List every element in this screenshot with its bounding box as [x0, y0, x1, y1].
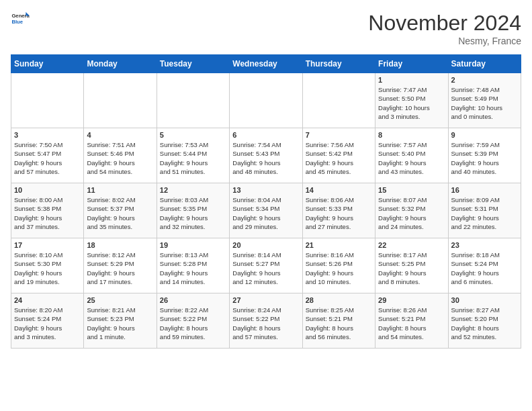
day-info: Sunrise: 7:50 AM Sunset: 5:47 PM Dayligh…: [14, 140, 81, 176]
day-number: 30: [451, 296, 518, 304]
day-info: Sunrise: 8:26 AM Sunset: 5:21 PM Dayligh…: [378, 306, 445, 341]
day-info: Sunrise: 7:54 AM Sunset: 5:43 PM Dayligh…: [232, 140, 299, 176]
day-cell: 9Sunrise: 7:59 AM Sunset: 5:39 PM Daylig…: [448, 128, 521, 183]
day-info: Sunrise: 8:16 AM Sunset: 5:26 PM Dayligh…: [306, 250, 372, 286]
day-info: Sunrise: 8:21 AM Sunset: 5:23 PM Dayligh…: [87, 306, 153, 341]
day-number: 3: [14, 131, 81, 139]
day-info: Sunrise: 8:18 AM Sunset: 5:24 PM Dayligh…: [451, 250, 518, 286]
day-info: Sunrise: 8:00 AM Sunset: 5:38 PM Dayligh…: [14, 195, 81, 231]
day-cell: 24Sunrise: 8:20 AM Sunset: 5:24 PM Dayli…: [11, 293, 84, 349]
day-info: Sunrise: 7:59 AM Sunset: 5:39 PM Dayligh…: [451, 140, 518, 176]
day-info: Sunrise: 7:48 AM Sunset: 5:49 PM Dayligh…: [451, 85, 518, 121]
logo: General Blue: [11, 11, 30, 26]
day-info: Sunrise: 8:02 AM Sunset: 5:37 PM Dayligh…: [87, 195, 153, 231]
calendar-table: SundayMondayTuesdayWednesdayThursdayFrid…: [11, 54, 521, 349]
day-cell: [302, 73, 375, 128]
day-number: 14: [306, 186, 372, 194]
svg-text:Blue: Blue: [11, 19, 23, 25]
day-info: Sunrise: 8:17 AM Sunset: 5:25 PM Dayligh…: [378, 250, 445, 286]
day-number: 5: [160, 131, 226, 139]
day-cell: 22Sunrise: 8:17 AM Sunset: 5:25 PM Dayli…: [375, 238, 448, 293]
logo-icon: General Blue: [11, 11, 30, 26]
day-cell: 19Sunrise: 8:13 AM Sunset: 5:28 PM Dayli…: [157, 238, 229, 293]
day-number: 4: [87, 131, 153, 139]
day-info: Sunrise: 8:27 AM Sunset: 5:20 PM Dayligh…: [451, 306, 518, 341]
day-of-week-wednesday: Wednesday: [230, 55, 302, 73]
day-info: Sunrise: 7:56 AM Sunset: 5:42 PM Dayligh…: [306, 140, 372, 176]
day-info: Sunrise: 8:09 AM Sunset: 5:31 PM Dayligh…: [451, 195, 518, 231]
day-cell: 20Sunrise: 8:14 AM Sunset: 5:27 PM Dayli…: [230, 238, 302, 293]
day-number: 22: [378, 241, 445, 249]
day-cell: 27Sunrise: 8:24 AM Sunset: 5:22 PM Dayli…: [230, 293, 302, 349]
day-cell: 7Sunrise: 7:56 AM Sunset: 5:42 PM Daylig…: [302, 128, 375, 183]
day-cell: 16Sunrise: 8:09 AM Sunset: 5:31 PM Dayli…: [448, 183, 521, 238]
day-cell: 1Sunrise: 7:47 AM Sunset: 5:50 PM Daylig…: [375, 73, 448, 128]
day-number: 29: [378, 296, 445, 304]
day-number: 19: [160, 241, 226, 249]
day-cell: 15Sunrise: 8:07 AM Sunset: 5:32 PM Dayli…: [375, 183, 448, 238]
day-info: Sunrise: 8:06 AM Sunset: 5:33 PM Dayligh…: [306, 195, 372, 231]
week-row-1: 1Sunrise: 7:47 AM Sunset: 5:50 PM Daylig…: [11, 73, 521, 128]
day-cell: [230, 73, 302, 128]
day-number: 2: [451, 76, 518, 84]
day-info: Sunrise: 8:12 AM Sunset: 5:29 PM Dayligh…: [87, 250, 153, 286]
day-of-week-thursday: Thursday: [302, 55, 375, 73]
day-number: 26: [160, 296, 226, 304]
day-info: Sunrise: 8:04 AM Sunset: 5:34 PM Dayligh…: [232, 195, 299, 231]
day-number: 27: [232, 296, 299, 304]
day-cell: 25Sunrise: 8:21 AM Sunset: 5:23 PM Dayli…: [84, 293, 157, 349]
day-cell: 3Sunrise: 7:50 AM Sunset: 5:47 PM Daylig…: [11, 128, 84, 183]
day-number: 8: [378, 131, 445, 139]
day-cell: 21Sunrise: 8:16 AM Sunset: 5:26 PM Dayli…: [302, 238, 375, 293]
day-info: Sunrise: 8:07 AM Sunset: 5:32 PM Dayligh…: [378, 195, 445, 231]
day-cell: 17Sunrise: 8:10 AM Sunset: 5:30 PM Dayli…: [11, 238, 84, 293]
day-info: Sunrise: 7:53 AM Sunset: 5:44 PM Dayligh…: [160, 140, 226, 176]
day-number: 12: [160, 186, 226, 194]
day-info: Sunrise: 8:03 AM Sunset: 5:35 PM Dayligh…: [160, 195, 226, 231]
day-cell: 14Sunrise: 8:06 AM Sunset: 5:33 PM Dayli…: [302, 183, 375, 238]
day-of-week-sunday: Sunday: [11, 55, 84, 73]
day-info: Sunrise: 8:25 AM Sunset: 5:21 PM Dayligh…: [306, 306, 372, 341]
day-info: Sunrise: 8:13 AM Sunset: 5:28 PM Dayligh…: [160, 250, 226, 286]
week-row-3: 10Sunrise: 8:00 AM Sunset: 5:38 PM Dayli…: [11, 183, 521, 238]
day-cell: 4Sunrise: 7:51 AM Sunset: 5:46 PM Daylig…: [84, 128, 157, 183]
day-cell: 18Sunrise: 8:12 AM Sunset: 5:29 PM Dayli…: [84, 238, 157, 293]
day-cell: [84, 73, 157, 128]
day-number: 6: [232, 131, 299, 139]
day-cell: 30Sunrise: 8:27 AM Sunset: 5:20 PM Dayli…: [448, 293, 521, 349]
header: General Blue November 2024 Nesmy, France: [11, 11, 521, 46]
location: Nesmy, France: [368, 36, 521, 46]
day-cell: 5Sunrise: 7:53 AM Sunset: 5:44 PM Daylig…: [157, 128, 229, 183]
day-info: Sunrise: 8:20 AM Sunset: 5:24 PM Dayligh…: [14, 306, 81, 341]
day-number: 1: [378, 76, 445, 84]
day-cell: 23Sunrise: 8:18 AM Sunset: 5:24 PM Dayli…: [448, 238, 521, 293]
day-cell: 26Sunrise: 8:22 AM Sunset: 5:22 PM Dayli…: [157, 293, 229, 349]
day-cell: 2Sunrise: 7:48 AM Sunset: 5:49 PM Daylig…: [448, 73, 521, 128]
day-number: 20: [232, 241, 299, 249]
day-cell: 8Sunrise: 7:57 AM Sunset: 5:40 PM Daylig…: [375, 128, 448, 183]
title-block: November 2024 Nesmy, France: [368, 11, 521, 46]
day-cell: [11, 73, 84, 128]
day-cell: 29Sunrise: 8:26 AM Sunset: 5:21 PM Dayli…: [375, 293, 448, 349]
day-number: 13: [232, 186, 299, 194]
day-number: 21: [306, 241, 372, 249]
day-cell: [157, 73, 229, 128]
week-row-5: 24Sunrise: 8:20 AM Sunset: 5:24 PM Dayli…: [11, 293, 521, 349]
day-info: Sunrise: 8:22 AM Sunset: 5:22 PM Dayligh…: [160, 306, 226, 341]
day-info: Sunrise: 8:10 AM Sunset: 5:30 PM Dayligh…: [14, 250, 81, 286]
day-number: 25: [87, 296, 153, 304]
header-row: SundayMondayTuesdayWednesdayThursdayFrid…: [11, 55, 521, 73]
day-info: Sunrise: 8:14 AM Sunset: 5:27 PM Dayligh…: [232, 250, 299, 286]
day-info: Sunrise: 7:47 AM Sunset: 5:50 PM Dayligh…: [378, 85, 445, 121]
day-info: Sunrise: 8:24 AM Sunset: 5:22 PM Dayligh…: [232, 306, 299, 341]
day-number: 9: [451, 131, 518, 139]
day-info: Sunrise: 7:51 AM Sunset: 5:46 PM Dayligh…: [87, 140, 153, 176]
day-of-week-saturday: Saturday: [448, 55, 521, 73]
day-info: Sunrise: 7:57 AM Sunset: 5:40 PM Dayligh…: [378, 140, 445, 176]
day-cell: 13Sunrise: 8:04 AM Sunset: 5:34 PM Dayli…: [230, 183, 302, 238]
day-cell: 28Sunrise: 8:25 AM Sunset: 5:21 PM Dayli…: [302, 293, 375, 349]
day-of-week-monday: Monday: [84, 55, 157, 73]
day-of-week-tuesday: Tuesday: [157, 55, 229, 73]
month-title: November 2024: [368, 11, 521, 36]
day-number: 18: [87, 241, 153, 249]
